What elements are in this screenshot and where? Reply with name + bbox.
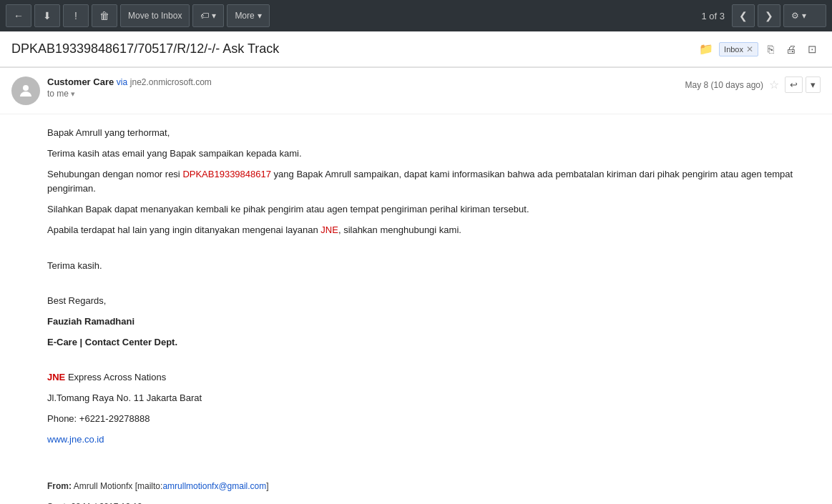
back-button[interactable]: ← <box>6 4 31 27</box>
greeting-para: Bapak Amrull yang terhormat, <box>47 126 821 141</box>
settings-icon: ⚙ <box>791 11 799 21</box>
from-label: From: <box>47 481 72 491</box>
settings-button[interactable]: ⚙ ▾ <box>783 4 826 27</box>
subject-bar: DPKAB19339848617/70517/R/12/-/- Ask Trac… <box>0 31 832 67</box>
website-line: www.jne.co.id <box>47 433 821 448</box>
labels-icon: 🏷 <box>200 11 209 21</box>
labels-button[interactable]: 🏷 ▾ <box>192 4 224 27</box>
sender-avatar <box>11 76 40 105</box>
folder-icon: 📁 <box>699 42 713 56</box>
sender-name-line: Customer Care via jne2.onmicrosoft.com <box>47 76 685 87</box>
sender-info: Customer Care via jne2.onmicrosoft.com t… <box>47 76 685 99</box>
original-message-block: From: Amrull Motionfx [mailto:amrullmoti… <box>47 479 821 504</box>
from-line: From: Amrull Motionfx [mailto:amrullmoti… <box>47 479 821 493</box>
jne-company-label: JNE <box>47 372 65 382</box>
phone-line: Phone: +6221-29278888 <box>47 412 821 427</box>
para2: Sehubungan dengan nomor resi DPKAB193398… <box>47 167 821 197</box>
address-line: Jl.Tomang Raya No. 11 Jakarta Barat <box>47 391 821 406</box>
archive-button[interactable]: ⬇ <box>34 4 60 27</box>
sender-name: Customer Care <box>47 76 114 87</box>
regards-para: Best Regards, <box>47 294 821 309</box>
email-date: May 8 (10 days ago) <box>685 80 763 90</box>
para4-before: Apabila terdapat hal lain yang ingin dit… <box>47 224 320 235</box>
sender-bold1-para: Fauziah Ramadhani <box>47 315 821 330</box>
email-meta: May 8 (10 days ago) ☆ ↩ ▾ <box>685 76 821 93</box>
to-me-expand-icon[interactable]: ▾ <box>71 89 75 98</box>
move-inbox-button[interactable]: Move to Inbox <box>120 4 190 27</box>
next-email-button[interactable]: ❯ <box>758 4 780 27</box>
toolbar: ← ⬇ ! 🗑 Move to Inbox 🏷 ▾ More ▾ 1 of 3 … <box>0 0 832 31</box>
para3: Silahkan Bapak dapat menanyakan kembali … <box>47 202 821 217</box>
website-link[interactable]: www.jne.co.id <box>47 434 104 445</box>
jne-link[interactable]: JNE <box>320 224 338 235</box>
prev-email-button[interactable]: ❮ <box>732 4 755 27</box>
from-name: Amrull Motionfx [mailto: <box>74 481 163 491</box>
more-actions-button[interactable]: ▾ <box>806 76 821 93</box>
to-me-line: to me ▾ <box>47 89 685 99</box>
from-email-link[interactable]: amrullmotionfx@gmail.com <box>162 481 266 491</box>
more-label: More <box>235 11 254 21</box>
para2-resi: DPKAB19339848617 <box>182 169 271 179</box>
inbox-tag-label: Inbox <box>724 45 743 54</box>
para2-before: Sehubungan dengan nomor resi <box>47 169 182 179</box>
sender-via-link[interactable]: via <box>117 77 127 87</box>
from-email-close: ] <box>266 481 268 491</box>
email-container: Customer Care via jne2.onmicrosoft.com t… <box>0 67 832 504</box>
email-header: Customer Care via jne2.onmicrosoft.com t… <box>0 68 832 114</box>
thanks-para: Terima kasih. <box>47 259 821 274</box>
labels-arrow-icon: ▾ <box>212 11 216 21</box>
more-arrow-icon: ▾ <box>258 11 262 21</box>
company-name: Express Across Nations <box>65 372 166 382</box>
svg-point-0 <box>23 85 29 91</box>
copy-to-clipboard-icon[interactable]: ⎘ <box>764 41 778 56</box>
company-line: JNE Express Across Nations <box>47 370 821 385</box>
print-icon[interactable]: 🖨 <box>782 41 800 56</box>
sent-line: Sent: 08 Mei 2017 12:13 <box>47 500 821 504</box>
pagination-info: 1 of 3 <box>701 11 725 21</box>
reply-button[interactable]: ↩ <box>785 76 803 93</box>
sender-bold2-para: E-Care | Contact Center Dept. <box>47 335 821 350</box>
email-subject-title: DPKAB19339848617/70517/R/12/-/- Ask Trac… <box>11 41 693 56</box>
new-window-icon[interactable]: ⊡ <box>804 41 821 57</box>
para4-after: , silahkan menghubungi kami. <box>338 224 461 235</box>
star-icon[interactable]: ☆ <box>769 78 779 92</box>
email-action-buttons: ↩ ▾ <box>785 76 821 93</box>
para1: Terima kasih atas email yang Bapak sampa… <box>47 147 821 162</box>
spam-button[interactable]: ! <box>63 4 89 27</box>
inbox-tag: Inbox ✕ <box>719 42 758 56</box>
inbox-tag-close-button[interactable]: ✕ <box>746 44 753 54</box>
email-body: Bapak Amrull yang terhormat, Terima kasi… <box>0 114 832 504</box>
delete-button[interactable]: 🗑 <box>92 4 117 27</box>
settings-arrow-icon: ▾ <box>802 11 806 21</box>
more-button[interactable]: More ▾ <box>227 4 269 27</box>
para4: Apabila terdapat hal lain yang ingin dit… <box>47 223 821 238</box>
subject-actions: ⎘ 🖨 ⊡ <box>764 41 821 57</box>
sender-via-domain: jne2.onmicrosoft.com <box>130 77 212 87</box>
